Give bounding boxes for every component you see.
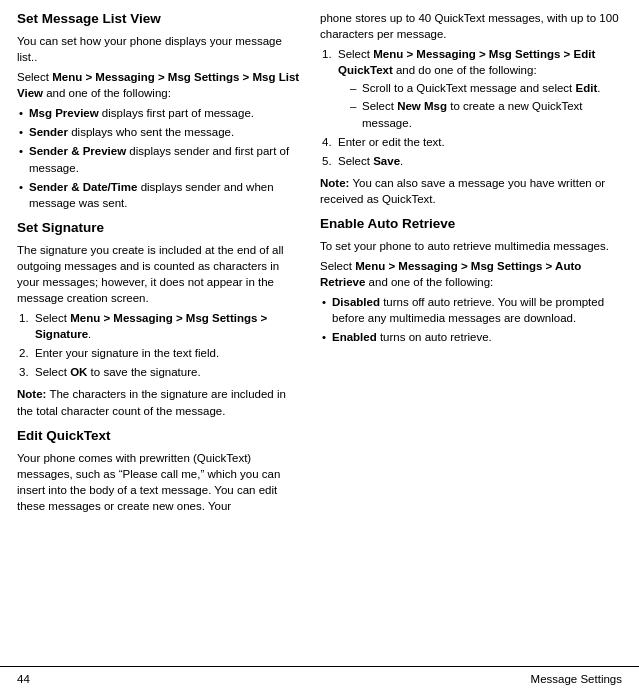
section-signature: Set Signature The signature you create i…: [17, 219, 300, 419]
footer: 44 Message Settings: [0, 666, 639, 691]
section-body-message-list-view: You can set how your phone displays your…: [17, 33, 300, 211]
sub-list-item: Select New Msg to create a new QuickText…: [348, 98, 622, 130]
content-area: Set Message List View You can set how yo…: [0, 0, 639, 666]
section-body-edit-quicktext: Your phone comes with prewritten (QuickT…: [17, 450, 300, 514]
footer-page-number: 44: [17, 673, 30, 685]
step-item: Select Menu > Messaging > Msg Settings >…: [17, 310, 300, 342]
quicktext-cont-body: phone stores up to 40 QuickText messages…: [320, 10, 622, 207]
list-item: Disabled turns off auto retrieve. You wi…: [320, 294, 622, 326]
select-instruction: Select Menu > Messaging > Msg Settings >…: [17, 69, 300, 101]
step-item: Select Menu > Messaging > Msg Settings >…: [320, 46, 622, 130]
quicktext-intro: Your phone comes with prewritten (QuickT…: [17, 450, 300, 514]
section-intro: You can set how your phone displays your…: [17, 33, 300, 65]
section-title-edit-quicktext: Edit QuickText: [17, 427, 300, 446]
list-item: Msg Preview displays first part of messa…: [17, 105, 300, 121]
auto-retrieve-select: Select Menu > Messaging > Msg Settings >…: [320, 258, 622, 290]
list-item: Sender & Date/Time displays sender and w…: [17, 179, 300, 211]
step-item: Enter your signature in the text field.: [17, 345, 300, 361]
page-container: Set Message List View You can set how yo…: [0, 0, 639, 691]
section-body-auto-retrieve: To set your phone to auto retrieve multi…: [320, 238, 622, 346]
list-item: Sender & Preview displays sender and fir…: [17, 143, 300, 175]
section-quicktext-cont: phone stores up to 40 QuickText messages…: [320, 10, 622, 207]
footer-title: Message Settings: [531, 673, 622, 685]
step-item: Select Save.: [320, 153, 622, 169]
right-column: phone stores up to 40 QuickText messages…: [310, 10, 639, 666]
quicktext-steps: Select Menu > Messaging > Msg Settings >…: [320, 46, 622, 169]
section-message-list-view: Set Message List View You can set how yo…: [17, 10, 300, 211]
quicktext-cont-intro: phone stores up to 40 QuickText messages…: [320, 10, 622, 42]
signature-note: Note: The characters in the signature ar…: [17, 386, 300, 418]
section-title-signature: Set Signature: [17, 219, 300, 238]
step-item: Enter or edit the text.: [320, 134, 622, 150]
section-title-auto-retrieve: Enable Auto Retrieve: [320, 215, 622, 234]
quicktext-note: Note: You can also save a message you ha…: [320, 175, 622, 207]
sub-list-item: Scroll to a QuickText message and select…: [348, 80, 622, 96]
sub-list: Scroll to a QuickText message and select…: [348, 80, 622, 130]
section-title-message-list-view: Set Message List View: [17, 10, 300, 29]
auto-retrieve-intro: To set your phone to auto retrieve multi…: [320, 238, 622, 254]
section-body-signature: The signature you create is included at …: [17, 242, 300, 419]
signature-steps: Select Menu > Messaging > Msg Settings >…: [17, 310, 300, 380]
step-item: Select OK to save the signature.: [17, 364, 300, 380]
section-auto-retrieve: Enable Auto Retrieve To set your phone t…: [320, 215, 622, 345]
list-item: Enabled turns on auto retrieve.: [320, 329, 622, 345]
bullet-list: Msg Preview displays first part of messa…: [17, 105, 300, 211]
left-column: Set Message List View You can set how yo…: [0, 10, 310, 666]
signature-intro: The signature you create is included at …: [17, 242, 300, 306]
auto-retrieve-list: Disabled turns off auto retrieve. You wi…: [320, 294, 622, 345]
section-edit-quicktext: Edit QuickText Your phone comes with pre…: [17, 427, 300, 514]
list-item: Sender displays who sent the message.: [17, 124, 300, 140]
